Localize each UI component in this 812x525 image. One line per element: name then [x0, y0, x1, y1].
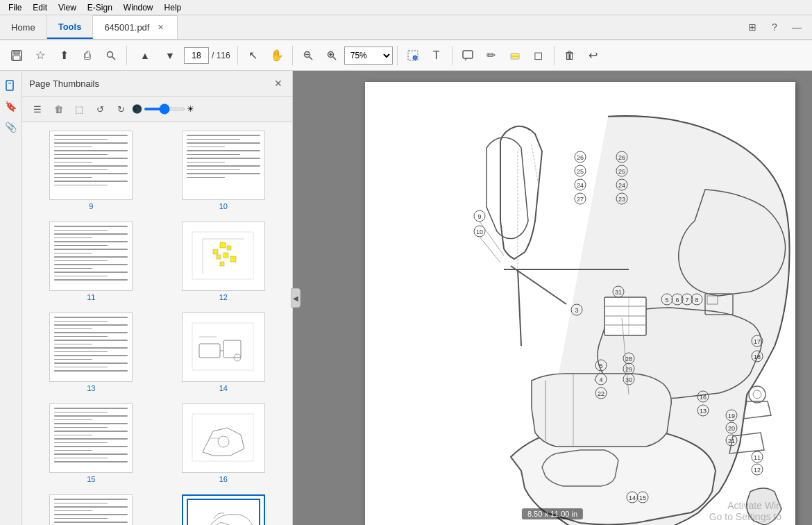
next-page-button[interactable]: ▼: [159, 44, 181, 67]
svg-line-11: [332, 56, 336, 60]
marquee-zoom-button[interactable]: [402, 44, 424, 67]
stamp-button[interactable]: ◻: [527, 44, 550, 67]
sidebar-title: Page Thumbnails: [29, 78, 99, 89]
svg-text:11: 11: [754, 454, 761, 461]
pages-icon[interactable]: [2, 76, 20, 94]
thumbnail-13-image: [49, 312, 133, 382]
menu-edit[interactable]: Edit: [27, 1, 53, 14]
page-navigation: ▲ ▼ / 116: [134, 44, 230, 67]
thumbnail-15-label: 15: [87, 475, 95, 483]
find-button[interactable]: [100, 44, 122, 67]
popout-icon[interactable]: ⊞: [743, 17, 762, 37]
thumbnail-15[interactable]: 15: [28, 401, 155, 486]
tab-file[interactable]: 645001.pdf ✕: [93, 15, 178, 39]
menu-window[interactable]: Window: [118, 1, 159, 14]
zoom-selector[interactable]: 75% 25% 50% 100% 125% 150% 200%: [344, 47, 393, 65]
help-icon[interactable]: ?: [765, 17, 784, 37]
sidebar-close-button[interactable]: ✕: [271, 76, 285, 90]
undo-button[interactable]: ↩: [582, 44, 604, 67]
separator-1: [126, 46, 127, 65]
svg-text:13: 13: [700, 408, 707, 415]
separator-2: [237, 46, 238, 65]
svg-text:6: 6: [675, 297, 679, 303]
tab-close-button[interactable]: ✕: [155, 22, 166, 33]
sidebar-trash-button[interactable]: 🗑: [49, 99, 68, 119]
bookmark-button[interactable]: ☆: [29, 44, 51, 67]
svg-rect-17: [6, 81, 13, 90]
sidebar-menu-button[interactable]: ☰: [28, 99, 47, 119]
menu-help[interactable]: Help: [159, 1, 187, 14]
svg-text:14: 14: [629, 494, 636, 501]
draw-button[interactable]: ✏: [480, 44, 502, 67]
svg-line-4: [112, 56, 116, 60]
svg-text:21: 21: [728, 438, 735, 444]
svg-text:26: 26: [577, 154, 584, 161]
svg-text:28: 28: [625, 356, 632, 362]
brightness-dark-icon: 🌑: [132, 104, 142, 114]
comment-button[interactable]: [457, 44, 479, 67]
svg-text:8: 8: [695, 297, 698, 303]
thumbnail-14-label: 14: [219, 384, 228, 392]
thumbnail-17[interactable]: 17: [28, 492, 155, 525]
bookmarks-icon[interactable]: 🔖: [2, 97, 20, 115]
thumbnail-10-image: [182, 131, 265, 200]
svg-text:10: 10: [476, 228, 483, 235]
typewriter-button[interactable]: T: [425, 44, 448, 67]
save-button[interactable]: [6, 44, 28, 67]
svg-point-3: [108, 51, 113, 57]
brightness-slider[interactable]: [144, 108, 185, 110]
zoom-in-button[interactable]: [321, 44, 343, 67]
svg-rect-35: [192, 414, 253, 461]
pdf-viewer[interactable]: 26 25 24 27 9 10: [293, 71, 812, 525]
page-number-input[interactable]: [184, 47, 209, 64]
separator-4: [397, 46, 398, 65]
thumbnail-12[interactable]: 12: [160, 219, 287, 304]
sidebar-rotate-ccw-button[interactable]: ↺: [90, 99, 110, 119]
sidebar-collapse-button[interactable]: ◀: [291, 288, 301, 308]
svg-rect-22: [223, 253, 228, 258]
thumbnails-grid: 9 10: [28, 128, 287, 525]
svg-text:25: 25: [618, 168, 625, 175]
svg-text:4: 4: [599, 376, 602, 383]
tab-home[interactable]: Home: [0, 15, 47, 39]
thumbnail-14[interactable]: 14: [160, 310, 287, 395]
zoom-out-button[interactable]: [297, 44, 319, 67]
sidebar-multipage-button[interactable]: ⬚: [69, 99, 89, 119]
svg-text:20: 20: [728, 425, 735, 432]
svg-text:19: 19: [728, 412, 735, 419]
svg-rect-2: [13, 56, 20, 60]
separator-6: [554, 46, 555, 65]
thumbnail-10[interactable]: 10: [160, 128, 287, 213]
svg-text:15: 15: [639, 494, 646, 501]
svg-text:31: 31: [615, 289, 622, 296]
menu-view[interactable]: View: [53, 1, 82, 14]
hand-tool-button[interactable]: ✋: [266, 44, 288, 67]
svg-text:9: 9: [477, 213, 481, 220]
separator-5: [452, 46, 452, 65]
thumbnail-9[interactable]: 9: [28, 128, 155, 213]
prev-page-button[interactable]: ▲: [134, 44, 156, 67]
print-button[interactable]: ⎙: [76, 44, 99, 67]
menu-file[interactable]: File: [3, 1, 27, 14]
thumbnail-18[interactable]: 18: [160, 492, 287, 525]
svg-text:5: 5: [599, 362, 602, 369]
share-button[interactable]: ⬆: [53, 44, 75, 67]
thumbnail-11-image: [49, 222, 133, 291]
thumbnail-17-image: [49, 494, 133, 525]
thumbnail-16[interactable]: 16: [160, 401, 287, 486]
thumbnail-11[interactable]: 11: [28, 219, 155, 304]
svg-rect-14: [463, 51, 473, 58]
highlight-button[interactable]: [504, 44, 526, 67]
cursor-tool-button[interactable]: ↖: [242, 44, 264, 67]
delete-button[interactable]: 🗑: [559, 44, 581, 67]
minimize-icon[interactable]: —: [787, 17, 806, 37]
svg-line-7: [309, 56, 312, 60]
sidebar-rotate-cw-button[interactable]: ↻: [111, 99, 130, 119]
attachments-icon[interactable]: 📎: [2, 118, 20, 136]
brightness-control: 🌑 ☀: [132, 104, 194, 114]
svg-rect-29: [192, 323, 253, 370]
svg-text:5: 5: [665, 297, 668, 303]
tab-tools[interactable]: Tools: [47, 15, 94, 39]
menu-esign[interactable]: E-Sign: [82, 1, 118, 14]
thumbnail-13[interactable]: 13: [28, 310, 155, 395]
